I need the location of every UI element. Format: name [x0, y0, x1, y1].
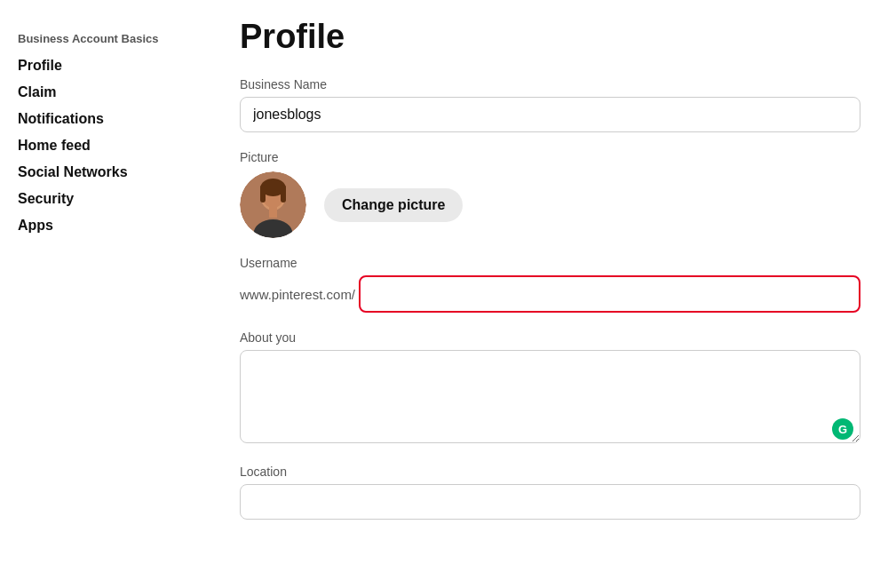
username-input[interactable] — [359, 275, 860, 313]
sidebar-item-claim[interactable]: Claim — [18, 79, 186, 106]
change-picture-button[interactable]: Change picture — [324, 188, 463, 222]
location-input[interactable] — [240, 484, 860, 520]
avatar-image — [240, 171, 306, 238]
grammarly-icon: G — [832, 418, 853, 440]
picture-row: Change picture — [240, 171, 860, 238]
avatar — [240, 171, 306, 238]
location-label: Location — [240, 465, 860, 479]
sidebar-item-apps[interactable]: Apps — [18, 212, 186, 239]
business-name-input[interactable] — [240, 97, 860, 132]
page-title: Profile — [240, 18, 860, 56]
sidebar-item-notifications[interactable]: Notifications — [18, 106, 186, 132]
svg-rect-7 — [269, 207, 277, 218]
username-prefix: www.pinterest.com/ — [240, 287, 359, 302]
main-content: Profile Business Name Picture — [204, 0, 896, 588]
username-group: Username www.pinterest.com/ — [240, 256, 860, 313]
svg-rect-5 — [281, 185, 286, 203]
username-label: Username — [240, 256, 860, 270]
sidebar-section-title: Business Account Basics — [18, 32, 186, 45]
business-name-group: Business Name — [240, 77, 860, 132]
about-label: About you — [240, 330, 860, 345]
sidebar-item-security[interactable]: Security — [18, 186, 186, 212]
about-group: About you G — [240, 330, 860, 447]
business-name-label: Business Name — [240, 77, 860, 91]
sidebar-item-profile[interactable]: Profile — [18, 52, 186, 79]
about-textarea[interactable] — [240, 350, 860, 443]
sidebar: Business Account Basics Profile Claim No… — [0, 0, 204, 588]
username-row: www.pinterest.com/ — [240, 275, 860, 313]
sidebar-item-home-feed[interactable]: Home feed — [18, 132, 186, 159]
svg-rect-4 — [260, 185, 266, 203]
sidebar-item-social-networks[interactable]: Social Networks — [18, 159, 186, 186]
location-group: Location — [240, 465, 860, 520]
about-textarea-wrapper: G — [240, 350, 860, 447]
picture-label: Picture — [240, 150, 860, 164]
picture-section: Picture Change picture — [240, 150, 860, 238]
